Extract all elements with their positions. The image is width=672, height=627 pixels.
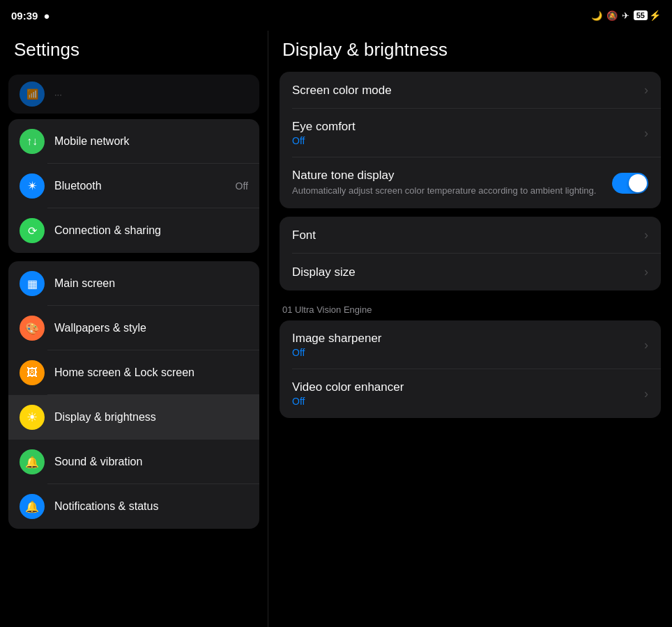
display-size-content: Display size	[292, 265, 639, 279]
nature-tone-content: Nature tone display Automatically adjust…	[292, 169, 612, 197]
image-sharpener-chevron: ›	[644, 338, 648, 353]
image-sharpener-content: Image sharpener Off	[292, 332, 639, 358]
display-size-item[interactable]: Display size ›	[280, 254, 661, 291]
bluetooth-icon: ✴	[20, 173, 45, 199]
sidebar-item-bluetooth[interactable]: ✴ Bluetooth Off	[8, 164, 259, 208]
main-screen-text: Main screen	[54, 277, 248, 290]
sidebar-item-home-lock-screen[interactable]: 🖼 Home screen & Lock screen	[8, 350, 259, 395]
main-screen-icon: ▦	[20, 271, 45, 296]
vision-engine-label: 01 Ultra Vision Engine	[280, 299, 661, 320]
bluetooth-text: Bluetooth	[54, 180, 236, 192]
sound-vibration-text: Sound & vibration	[54, 456, 248, 468]
main-layout: Settings 📶 ··· ↑↓ Mobile network ✴ Bluet…	[0, 31, 672, 627]
moon-icon: 🌙	[591, 10, 602, 21]
nature-tone-display-item[interactable]: Nature tone display Automatically adjust…	[280, 157, 661, 208]
sidebar-item-wallpapers-style[interactable]: 🎨 Wallpapers & style	[8, 306, 259, 350]
sidebar-item-connection-sharing[interactable]: ⟳ Connection & sharing	[8, 208, 259, 253]
battery-box: 55 ⚡	[634, 10, 661, 21]
notifications-text: Notifications & status	[54, 500, 248, 513]
video-color-enhancer-item[interactable]: Video color enhancer Off ›	[280, 369, 661, 418]
video-color-enhancer-content: Video color enhancer Off	[292, 380, 639, 407]
settings-group-1: ↑↓ Mobile network ✴ Bluetooth Off ⟳ Conn…	[8, 119, 259, 253]
eye-comfort-chevron: ›	[644, 126, 648, 141]
display-size-chevron: ›	[644, 265, 648, 279]
display-brightness-icon: ☀	[20, 405, 45, 430]
partial-settings-item[interactable]: 📶 ···	[8, 75, 259, 114]
connection-sharing-icon: ⟳	[20, 218, 45, 243]
left-panel: Settings 📶 ··· ↑↓ Mobile network ✴ Bluet…	[0, 31, 268, 627]
font-content: Font	[292, 229, 639, 242]
status-right: 🌙 🔕 ✈ 55 ⚡	[591, 10, 661, 21]
battery-level: 55	[634, 10, 648, 20]
settings-group-2: ▦ Main screen 🎨 Wallpapers & style 🖼 Hom…	[8, 261, 259, 529]
partial-icon: 📶	[20, 82, 45, 107]
mute-icon: 🔕	[606, 10, 618, 21]
right-panel-title: Display & brightness	[280, 31, 661, 72]
status-left: 09:39 ●	[11, 10, 49, 22]
sidebar-item-main-screen[interactable]: ▦ Main screen	[8, 261, 259, 306]
sidebar-item-mobile-network[interactable]: ↑↓ Mobile network	[8, 119, 259, 164]
toggle-knob	[629, 174, 647, 192]
time: 09:39	[11, 10, 38, 22]
status-bar: 09:39 ● 🌙 🔕 ✈ 55 ⚡	[0, 0, 672, 31]
sidebar-item-sound-vibration[interactable]: 🔔 Sound & vibration	[8, 440, 259, 484]
connection-sharing-text: Connection & sharing	[54, 224, 248, 237]
image-sharpener-item[interactable]: Image sharpener Off ›	[280, 320, 661, 369]
display-card-3: Image sharpener Off › Video color enhanc…	[280, 320, 661, 418]
screen-color-mode-chevron: ›	[644, 83, 648, 98]
eye-comfort-item[interactable]: Eye comfort Off ›	[280, 109, 661, 157]
font-item[interactable]: Font ›	[280, 217, 661, 254]
display-card-1: Screen color mode › Eye comfort Off › Na…	[280, 72, 661, 208]
notifications-icon: 🔔	[20, 494, 45, 519]
eye-comfort-content: Eye comfort Off	[292, 120, 639, 146]
home-lock-text: Home screen & Lock screen	[54, 366, 248, 379]
sidebar-item-display-brightness[interactable]: ☀ Display & brightness	[8, 395, 259, 440]
screen-color-mode-item[interactable]: Screen color mode ›	[280, 72, 661, 109]
display-brightness-text: Display & brightness	[54, 411, 248, 424]
font-chevron: ›	[644, 228, 648, 242]
sound-vibration-icon: 🔔	[20, 449, 45, 474]
sidebar-item-notifications-status[interactable]: 🔔 Notifications & status	[8, 484, 259, 529]
screen-color-mode-content: Screen color mode	[292, 84, 639, 98]
home-lock-icon: 🖼	[20, 360, 45, 385]
video-color-enhancer-chevron: ›	[644, 387, 648, 401]
mobile-network-text: Mobile network	[54, 135, 248, 148]
bluetooth-badge: Off	[236, 180, 248, 192]
settings-title: Settings	[0, 31, 268, 72]
airplane-icon: ✈	[622, 10, 629, 21]
partial-text: ···	[54, 89, 248, 100]
mobile-network-icon: ↑↓	[20, 129, 45, 154]
wallpapers-text: Wallpapers & style	[54, 322, 248, 334]
right-panel: Display & brightness Screen color mode ›…	[268, 31, 672, 627]
nature-tone-toggle[interactable]	[612, 173, 648, 194]
whatsapp-icon: ●	[43, 10, 49, 22]
bolt-icon: ⚡	[649, 10, 661, 21]
display-card-2: Font › Display size ›	[280, 217, 661, 291]
wallpapers-icon: 🎨	[20, 316, 45, 341]
